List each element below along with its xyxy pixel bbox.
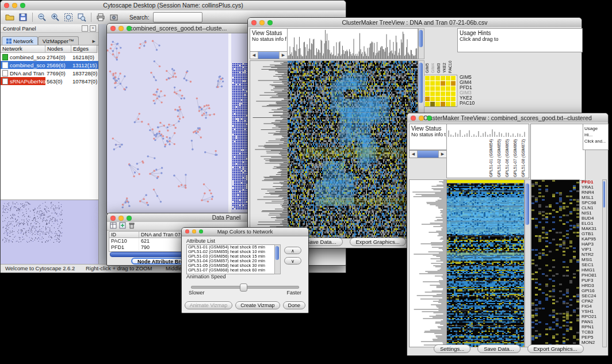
close-panel-icon[interactable]: ×: [90, 25, 96, 32]
column-label[interactable]: GPL51-06 (GSM865): [504, 137, 510, 177]
correlation-matrix[interactable]: [424, 75, 457, 107]
network-list-row[interactable]: combined_sco... 2569(6) 13112(15): [1, 61, 98, 69]
move-down-button[interactable]: ∨: [284, 257, 301, 265]
gene-label[interactable]: GPI16: [582, 288, 602, 293]
gene-label[interactable]: MSL1: [582, 195, 602, 200]
treeview-action-button[interactable]: Save Data...: [477, 344, 520, 353]
dendrogram-scrollbar[interactable]: [418, 28, 424, 59]
search-input[interactable]: [153, 12, 202, 22]
gene-label[interactable]: KAP95: [582, 236, 602, 242]
treeview-action-button[interactable]: Export Graphics...: [350, 237, 406, 246]
main-titlebar[interactable]: Cytoscape Desktop (Session Name: collins…: [1, 1, 346, 11]
zoom-out-icon[interactable]: [36, 12, 48, 23]
tab-overflow-icon[interactable]: ▶: [91, 39, 97, 45]
gene-label[interactable]: VIP1: [582, 247, 602, 252]
gene-label[interactable]: SEC24: [582, 293, 602, 298]
attribute-list-scrollbar[interactable]: [274, 244, 281, 274]
gene-label[interactable]: MAK31: [582, 226, 602, 231]
row-dendrogram[interactable]: [250, 60, 288, 239]
gene-label[interactable]: SPC98: [582, 200, 602, 205]
gene-label[interactable]: MSI1: [582, 257, 602, 262]
column-label[interactable]: GPL51-02 (GSM855): [496, 137, 502, 177]
close-button[interactable]: [110, 216, 116, 221]
tab-network[interactable]: Network: [2, 36, 38, 45]
close-button[interactable]: [4, 3, 9, 8]
gene-list-scrollbar[interactable]: [602, 179, 607, 347]
select-attributes-icon[interactable]: [110, 221, 117, 231]
gene-label[interactable]: ELG1: [582, 221, 602, 226]
nav-left-icon[interactable]: ◀: [250, 52, 258, 59]
scroll-thumb[interactable]: [603, 181, 605, 208]
close-button[interactable]: [110, 26, 116, 31]
heatmap-scrollbar[interactable]: [525, 179, 531, 347]
treeview-action-button[interactable]: Export Graphics...: [527, 344, 584, 353]
gene-label[interactable]: CPA2: [582, 298, 602, 304]
gene-label[interactable]: HMG1: [582, 267, 602, 273]
nav-scrollbar[interactable]: [258, 52, 279, 59]
open-folder-icon[interactable]: [4, 12, 16, 23]
gene-label[interactable]: PAC10: [460, 101, 475, 106]
zoom-button[interactable]: [127, 216, 132, 221]
zoom-in-icon[interactable]: [49, 12, 61, 23]
gene-label[interactable]: SEC1: [582, 262, 602, 267]
gene-label[interactable]: PUF3: [582, 278, 602, 283]
column-label[interactable]: GIM4: [431, 28, 435, 73]
treeview-combined-titlebar[interactable]: ClusterMaker TreeView : combined_scores_…: [407, 113, 608, 123]
animation-speed-slider[interactable]: [191, 286, 299, 289]
column-label[interactable]: GPL51-01 (GSM854): [488, 137, 494, 177]
zoom-button[interactable]: [199, 229, 203, 233]
gene-label[interactable]: RNR4: [582, 190, 602, 195]
save-icon[interactable]: [17, 12, 29, 23]
close-button[interactable]: [185, 229, 189, 233]
create-attribute-icon[interactable]: [119, 221, 126, 231]
zoom-button[interactable]: [427, 116, 432, 121]
treeview-dna-titlebar[interactable]: ClusterMaker TreeView : DNA and Tran 07-…: [248, 18, 582, 28]
tree-nav-widget[interactable]: ◀ ▶: [409, 150, 447, 158]
delete-attribute-icon[interactable]: [128, 221, 135, 231]
birdseye-view[interactable]: [1, 200, 98, 265]
printer-icon[interactable]: [95, 12, 106, 23]
gene-label[interactable]: GTB1: [582, 231, 602, 236]
close-button[interactable]: [411, 116, 416, 121]
gene-label[interactable]: RPN1: [582, 324, 602, 329]
heatmap-canvas[interactable]: [446, 183, 525, 347]
move-up-button[interactable]: ∧: [284, 247, 301, 254]
nav-right-icon[interactable]: ▶: [279, 52, 287, 59]
gene-label[interactable]: YRA1: [582, 185, 602, 190]
snapshot-icon[interactable]: [108, 12, 120, 23]
gene-label[interactable]: CLN1: [582, 205, 602, 210]
scroll-thumb[interactable]: [419, 63, 423, 103]
minimize-button[interactable]: [192, 229, 196, 233]
column-label[interactable]: YKE2: [442, 28, 446, 73]
nav-left-icon[interactable]: ◀: [410, 151, 418, 158]
nav-right-icon[interactable]: ▶: [438, 151, 446, 158]
gene-label[interactable]: HAP3: [582, 242, 602, 247]
slider-handle[interactable]: [240, 283, 247, 292]
nav-scrollbar[interactable]: [418, 151, 438, 158]
zoom-button[interactable]: [127, 26, 132, 31]
heatmap-canvas[interactable]: [287, 60, 418, 239]
row-dendrogram[interactable]: [409, 179, 447, 347]
col-nodes[interactable]: Nodes: [45, 45, 71, 53]
gene-label[interactable]: TCB3: [582, 329, 602, 335]
tree-nav-widget[interactable]: ◀ ▶: [250, 51, 288, 59]
col-id[interactable]: ID: [109, 232, 139, 238]
zoom-selected-icon[interactable]: [76, 12, 87, 23]
minimize-button[interactable]: [259, 20, 265, 25]
scroll-thumb[interactable]: [275, 246, 279, 260]
dialog-titlebar[interactable]: Map Colors to Network: [182, 228, 308, 236]
tab-vizmapper[interactable]: VizMapper™: [38, 36, 79, 45]
gene-label[interactable]: HRD3: [582, 283, 602, 288]
gene-label[interactable]: YSH1: [582, 309, 602, 314]
gene-label[interactable]: PFD1: [582, 179, 602, 185]
zoom-fit-icon[interactable]: [63, 12, 74, 23]
column-label[interactable]: GIM3: [437, 28, 441, 73]
gene-label[interactable]: MON2: [582, 340, 602, 345]
column-dendrogram[interactable]: [448, 125, 525, 137]
scroll-thumb[interactable]: [525, 183, 529, 225]
gene-label[interactable]: NIS1: [582, 210, 602, 216]
scroll-thumb[interactable]: [419, 30, 423, 47]
network-list-row[interactable]: combined_scores 2764(0) 16218(0): [1, 53, 98, 61]
column-label[interactable]: GIM5: [425, 28, 429, 73]
gene-label[interactable]: RPO21: [582, 314, 602, 319]
